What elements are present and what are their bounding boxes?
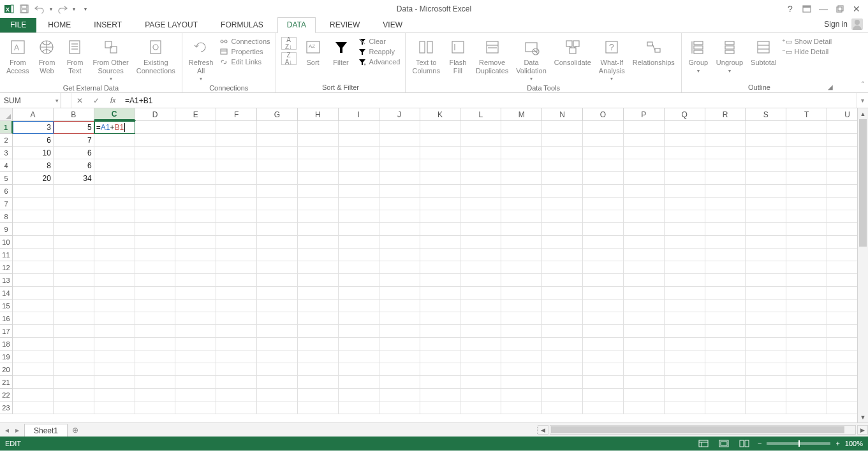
tab-formulas[interactable]: FORMULAS xyxy=(212,18,272,32)
from-access-button[interactable]: AFrom Access xyxy=(4,36,31,76)
relationships-button[interactable]: Relationships xyxy=(630,36,677,68)
cell-M9[interactable] xyxy=(501,223,542,236)
cell-B12[interactable] xyxy=(54,261,94,274)
cell-L13[interactable] xyxy=(460,274,501,287)
row-header-8[interactable]: 8 xyxy=(0,210,13,223)
cell-T9[interactable] xyxy=(786,223,827,236)
cell-I17[interactable] xyxy=(339,325,379,338)
cell-P3[interactable] xyxy=(624,147,665,159)
cell-B18[interactable] xyxy=(54,338,94,350)
cell-P20[interactable] xyxy=(624,363,665,376)
cell-J4[interactable] xyxy=(379,159,420,172)
cell-M18[interactable] xyxy=(501,338,542,350)
cell-I10[interactable] xyxy=(339,236,379,249)
cell-C9[interactable] xyxy=(94,223,135,236)
cell-T22[interactable] xyxy=(786,389,827,401)
cell-G18[interactable] xyxy=(257,338,298,350)
cell-L5[interactable] xyxy=(460,172,501,185)
cell-E11[interactable] xyxy=(175,249,216,261)
cell-N7[interactable] xyxy=(542,198,583,210)
cell-N10[interactable] xyxy=(542,236,583,249)
cell-J10[interactable] xyxy=(379,236,420,249)
cell-F14[interactable] xyxy=(216,287,257,300)
from-text-button[interactable]: From Text xyxy=(62,36,87,76)
cell-A16[interactable] xyxy=(13,312,54,325)
cell-J13[interactable] xyxy=(379,274,420,287)
cell-J2[interactable] xyxy=(379,134,420,147)
cell-C19[interactable] xyxy=(94,350,135,363)
column-header-M[interactable]: M xyxy=(501,108,542,120)
cell-R5[interactable] xyxy=(705,172,746,185)
cancel-formula-button[interactable]: ✕ xyxy=(71,93,88,108)
cell-L22[interactable] xyxy=(460,389,501,401)
cell-K19[interactable] xyxy=(420,350,461,363)
cell-S1[interactable] xyxy=(746,121,786,134)
cell-P4[interactable] xyxy=(624,159,665,172)
cell-Q18[interactable] xyxy=(665,338,705,350)
cell-H15[interactable] xyxy=(298,300,339,312)
cell-B7[interactable] xyxy=(54,198,94,210)
column-header-C[interactable]: C xyxy=(94,108,135,120)
cell-I6[interactable] xyxy=(339,185,379,198)
cell-M15[interactable] xyxy=(501,300,542,312)
cell-R11[interactable] xyxy=(705,249,746,261)
cell-S19[interactable] xyxy=(746,350,786,363)
cell-M23[interactable] xyxy=(501,401,542,414)
cell-I4[interactable] xyxy=(339,159,379,172)
cell-O12[interactable] xyxy=(583,261,624,274)
edit-links-button[interactable]: Edit Links xyxy=(219,57,270,66)
cell-F6[interactable] xyxy=(216,185,257,198)
cell-L1[interactable] xyxy=(460,121,501,134)
zoom-in-button[interactable]: + xyxy=(835,440,839,447)
ungroup-button[interactable]: Ungroup▾ xyxy=(714,36,746,75)
cell-F3[interactable] xyxy=(216,147,257,159)
cell-J11[interactable] xyxy=(379,249,420,261)
cell-G8[interactable] xyxy=(257,210,298,223)
cell-S3[interactable] xyxy=(746,147,786,159)
cell-H16[interactable] xyxy=(298,312,339,325)
cell-G4[interactable] xyxy=(257,159,298,172)
row-header-10[interactable]: 10 xyxy=(0,236,13,249)
cell-R8[interactable] xyxy=(705,210,746,223)
cell-S9[interactable] xyxy=(746,223,786,236)
cell-R20[interactable] xyxy=(705,363,746,376)
cell-G10[interactable] xyxy=(257,236,298,249)
cell-F1[interactable] xyxy=(216,121,257,134)
cell-E12[interactable] xyxy=(175,261,216,274)
cell-M7[interactable] xyxy=(501,198,542,210)
vscroll-thumb[interactable] xyxy=(859,119,867,247)
row-header-23[interactable]: 23 xyxy=(0,401,13,414)
cell-M21[interactable] xyxy=(501,376,542,389)
cell-N13[interactable] xyxy=(542,274,583,287)
cell-T10[interactable] xyxy=(786,236,827,249)
cell-M13[interactable] xyxy=(501,274,542,287)
cell-T7[interactable] xyxy=(786,198,827,210)
cell-D18[interactable] xyxy=(135,338,176,350)
cell-G14[interactable] xyxy=(257,287,298,300)
column-header-P[interactable]: P xyxy=(624,108,665,120)
cell-A15[interactable] xyxy=(13,300,54,312)
cell-B11[interactable] xyxy=(54,249,94,261)
cell-O15[interactable] xyxy=(583,300,624,312)
cell-C8[interactable] xyxy=(94,210,135,223)
sheet-nav-first[interactable]: ◂ xyxy=(5,426,9,435)
cell-N21[interactable] xyxy=(542,376,583,389)
cell-P8[interactable] xyxy=(624,210,665,223)
cell-G6[interactable] xyxy=(257,185,298,198)
cell-O21[interactable] xyxy=(583,376,624,389)
cell-R2[interactable] xyxy=(705,134,746,147)
cell-R17[interactable] xyxy=(705,325,746,338)
row-header-17[interactable]: 17 xyxy=(0,325,13,338)
cell-F16[interactable] xyxy=(216,312,257,325)
cell-O20[interactable] xyxy=(583,363,624,376)
cell-E20[interactable] xyxy=(175,363,216,376)
cell-P16[interactable] xyxy=(624,312,665,325)
cell-D19[interactable] xyxy=(135,350,176,363)
cell-L16[interactable] xyxy=(460,312,501,325)
cell-I13[interactable] xyxy=(339,274,379,287)
cell-H21[interactable] xyxy=(298,376,339,389)
cell-B1[interactable]: 5 xyxy=(54,121,94,134)
cell-O7[interactable] xyxy=(583,198,624,210)
row-header-16[interactable]: 16 xyxy=(0,312,13,325)
consolidate-button[interactable]: Consolidate xyxy=(552,36,594,68)
